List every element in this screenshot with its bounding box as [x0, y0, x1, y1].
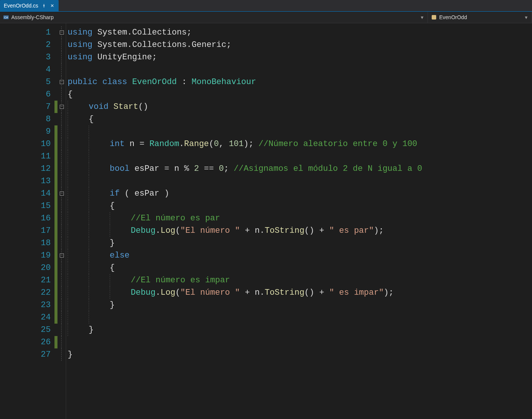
token-punct: = — [135, 139, 150, 149]
token-punct: ); — [384, 288, 393, 297]
change-indicator-bar — [54, 23, 57, 419]
code-line[interactable]: bool esPar = n % 2 == 0; //Asignamos el … — [68, 163, 532, 175]
change-marker — [54, 324, 57, 336]
token-punct — [214, 164, 219, 173]
code-line[interactable]: } — [68, 299, 532, 311]
indent-guide — [68, 299, 89, 311]
line-number: 16 — [0, 212, 51, 225]
nav-class-dropdown[interactable]: EvenOrOdd ▾ — [428, 12, 532, 23]
token-kw: using — [68, 40, 92, 50]
token-punct — [92, 53, 97, 62]
indent-guide — [89, 249, 110, 262]
code-line[interactable]: using UnityEngine; — [68, 51, 532, 63]
code-line[interactable] — [68, 150, 532, 163]
token-kw: bool — [110, 164, 130, 173]
token-method: Range — [184, 139, 209, 149]
code-line[interactable]: } — [68, 324, 532, 336]
token-punct — [130, 164, 135, 173]
token-ident: esPar — [135, 189, 159, 198]
token-ns: System.Collections — [97, 28, 187, 37]
line-number: 11 — [0, 150, 51, 163]
line-number: 5 — [0, 76, 51, 88]
indent-guide — [68, 101, 89, 113]
indent-guide — [68, 138, 89, 150]
token-op: == — [204, 164, 214, 173]
token-punct: : — [177, 77, 192, 87]
code-line[interactable]: //El número es impar — [68, 274, 532, 286]
token-punct: } — [110, 300, 115, 310]
code-line[interactable] — [68, 175, 532, 187]
code-line[interactable]: int n = Random.Range(0, 101); //Número a… — [68, 138, 532, 150]
indent-guide — [110, 225, 131, 237]
token-ident: esPar — [135, 164, 159, 173]
code-line[interactable]: { — [68, 200, 532, 212]
fold-toggle-icon[interactable]: − — [60, 80, 64, 84]
line-number: 7 — [0, 101, 51, 113]
fold-toggle-icon[interactable]: − — [60, 253, 64, 258]
token-punct: } — [68, 350, 73, 359]
code-line[interactable]: public class EvenOrOdd : MonoBehaviour — [68, 76, 532, 88]
code-line[interactable]: { — [68, 88, 532, 101]
code-line[interactable]: } — [68, 237, 532, 249]
code-line[interactable]: if ( esPar ) — [68, 187, 532, 200]
file-tab[interactable]: EvenOrOdd.cs — [0, 0, 59, 11]
token-punct: } — [110, 238, 115, 248]
nav-project-dropdown[interactable]: C# Assembly-CSharp ▾ — [0, 12, 428, 23]
code-line[interactable] — [68, 311, 532, 324]
code-line[interactable] — [68, 125, 532, 138]
indent-guide — [110, 212, 131, 225]
change-marker — [54, 274, 57, 286]
pin-icon[interactable] — [41, 3, 47, 8]
token-ident: n — [130, 139, 135, 149]
change-marker — [54, 187, 57, 200]
nav-bar: C# Assembly-CSharp ▾ EvenOrOdd ▾ — [0, 12, 532, 23]
token-type: Debug — [131, 226, 156, 235]
code-line[interactable]: using System.Collections; — [68, 26, 532, 39]
token-kw: public — [68, 77, 97, 87]
line-number: 4 — [0, 63, 51, 76]
indent-guide — [68, 175, 89, 187]
fold-cell: − — [57, 26, 66, 39]
chevron-down-icon: ▾ — [421, 14, 425, 20]
token-punct: { — [68, 90, 73, 99]
indent-guide — [68, 237, 89, 249]
code-line[interactable] — [68, 63, 532, 76]
indent-guide — [89, 187, 110, 200]
code-line[interactable]: void Start() — [68, 101, 532, 113]
line-number: 24 — [0, 311, 51, 324]
code-line[interactable]: Debug.Log("El número " + n.ToString() + … — [68, 225, 532, 237]
code-line[interactable]: //El número es par — [68, 212, 532, 225]
line-number: 27 — [0, 348, 51, 361]
token-punct: = — [159, 164, 174, 173]
code-line[interactable]: using System.Collections.Generic; — [68, 39, 532, 51]
line-number: 3 — [0, 51, 51, 63]
close-icon[interactable] — [50, 3, 55, 8]
code-line[interactable]: { — [68, 113, 532, 125]
code-line[interactable]: else — [68, 249, 532, 262]
token-num: 101 — [229, 139, 244, 149]
fold-toggle-icon[interactable]: − — [60, 30, 64, 35]
token-ident: n — [255, 288, 260, 297]
change-marker — [54, 150, 57, 163]
code-area[interactable]: using System.Collections;using System.Co… — [66, 23, 532, 419]
indent-guide — [68, 274, 89, 286]
code-line[interactable] — [68, 336, 532, 348]
fold-cell: − — [57, 101, 66, 113]
fold-cell: − — [57, 187, 66, 200]
line-number: 26 — [0, 336, 51, 348]
code-line[interactable]: Debug.Log("El número " + n.ToString() + … — [68, 286, 532, 299]
token-method: Log — [160, 288, 175, 297]
line-number: 21 — [0, 274, 51, 286]
token-method: Log — [160, 226, 175, 235]
code-line[interactable]: } — [68, 348, 532, 361]
code-editor[interactable]: 1234567891011121314151617181920212223242… — [0, 23, 532, 419]
fold-toggle-icon[interactable]: − — [60, 105, 64, 109]
change-marker — [54, 63, 57, 76]
change-marker — [54, 299, 57, 311]
code-line[interactable]: { — [68, 262, 532, 274]
indent-guide — [68, 324, 89, 336]
indent-guide — [68, 200, 89, 212]
token-punct: . — [260, 288, 264, 297]
fold-toggle-icon[interactable]: − — [60, 191, 64, 196]
token-method: ToString — [264, 288, 304, 297]
